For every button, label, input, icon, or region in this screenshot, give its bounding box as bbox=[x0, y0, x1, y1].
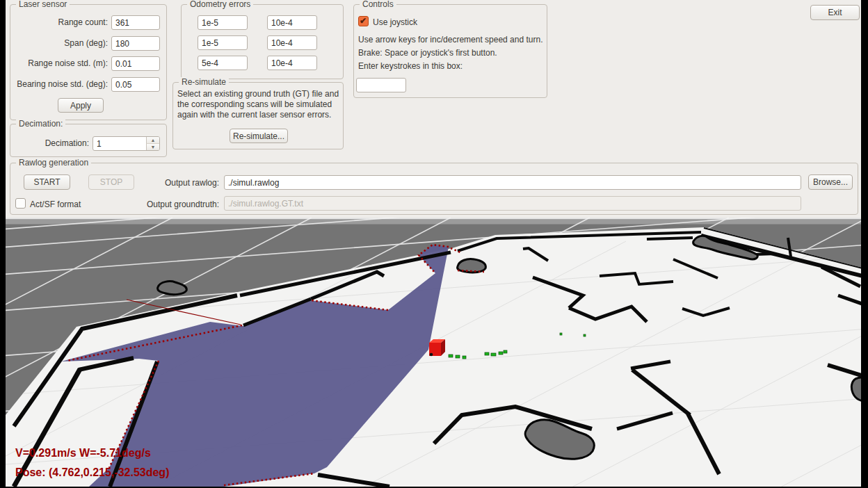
hud-velocity-text: V=0.291m/s W=-5.71deg/s bbox=[15, 447, 151, 459]
actsf-format-label: Act/SF format bbox=[30, 200, 81, 209]
actsf-format-checkbox[interactable] bbox=[15, 198, 26, 209]
resimulate-button[interactable]: Re-simulate... bbox=[230, 129, 288, 143]
range-count-field[interactable] bbox=[111, 15, 160, 30]
controls-hint-brake: Brake: Space or joystick's first button. bbox=[358, 48, 497, 58]
odometry-error-field-1[interactable] bbox=[198, 15, 248, 30]
controls-group-title: Controls bbox=[360, 0, 396, 9]
decimation-label: Decimation: bbox=[11, 138, 89, 148]
app-root: { "window": { "exit": "Exit" }, "laser":… bbox=[0, 0, 868, 488]
range-count-label: Range count: bbox=[11, 17, 108, 27]
output-rawlog-field[interactable] bbox=[224, 175, 801, 190]
hud-pose-text: Pose: (4.762,0.215,-32.53deg) bbox=[15, 466, 169, 478]
use-joystick-checkbox[interactable] bbox=[358, 16, 369, 26]
apply-button[interactable]: Apply bbox=[58, 98, 104, 113]
odometry-errors-group-title: Odometry errors bbox=[187, 0, 253, 9]
decimation-value-field[interactable] bbox=[93, 137, 150, 150]
exit-button[interactable]: Exit bbox=[810, 5, 860, 20]
output-groundtruth-field bbox=[224, 196, 801, 211]
use-joystick-label: Use joystick bbox=[373, 17, 417, 27]
start-button[interactable]: START bbox=[24, 174, 70, 190]
keystrokes-input[interactable] bbox=[356, 78, 406, 92]
odometry-error-field-2[interactable] bbox=[267, 15, 317, 30]
stop-button[interactable]: STOP bbox=[88, 174, 134, 190]
spinner-up-icon[interactable] bbox=[146, 137, 159, 144]
odometry-error-field-4[interactable] bbox=[267, 35, 317, 50]
span-field[interactable] bbox=[111, 36, 160, 51]
odometry-error-field-3[interactable] bbox=[198, 35, 248, 50]
decimation-spinner[interactable] bbox=[93, 136, 160, 151]
bearing-noise-label: Bearing noise std. (deg): bbox=[8, 79, 108, 89]
controls-hint-arrows: Use arrow keys for inc/decrement speed a… bbox=[358, 35, 542, 44]
resimulate-description: Select an existing ground truth (GT) fil… bbox=[177, 89, 339, 120]
resimulate-group-title: Re-simulate bbox=[179, 77, 229, 87]
output-rawlog-label: Output rawlog: bbox=[131, 178, 219, 188]
3d-viewport[interactable]: V=0.291m/s W=-5.71deg/s Pose: (4.762,0.2… bbox=[6, 218, 861, 487]
odometry-error-field-5[interactable] bbox=[198, 56, 248, 70]
simulator-window: Laser sensor Range count: Span (deg): Ra… bbox=[6, 0, 861, 487]
robot-marker bbox=[429, 339, 445, 356]
span-label: Span (deg): bbox=[11, 38, 108, 48]
output-groundtruth-label: Output groundtruth: bbox=[131, 200, 219, 209]
browse-button[interactable]: Browse... bbox=[808, 174, 853, 190]
horizon-band bbox=[6, 220, 861, 225]
3d-scene: V=0.291m/s W=-5.71deg/s Pose: (4.762,0.2… bbox=[6, 218, 861, 487]
range-noise-field[interactable] bbox=[111, 56, 160, 71]
odometry-error-field-6[interactable] bbox=[267, 56, 317, 70]
rawlog-generation-group-title: Rawlog generation bbox=[16, 158, 91, 168]
laser-sensor-group-title: Laser sensor bbox=[16, 0, 70, 9]
range-noise-label: Range noise std. (m): bbox=[11, 58, 108, 68]
spinner-down-icon[interactable] bbox=[146, 144, 159, 150]
controls-hint-keystrokes: Enter keystrokes in this box: bbox=[358, 61, 463, 71]
bearing-noise-field[interactable] bbox=[111, 77, 160, 92]
decimation-group-title: Decimation: bbox=[16, 119, 65, 129]
